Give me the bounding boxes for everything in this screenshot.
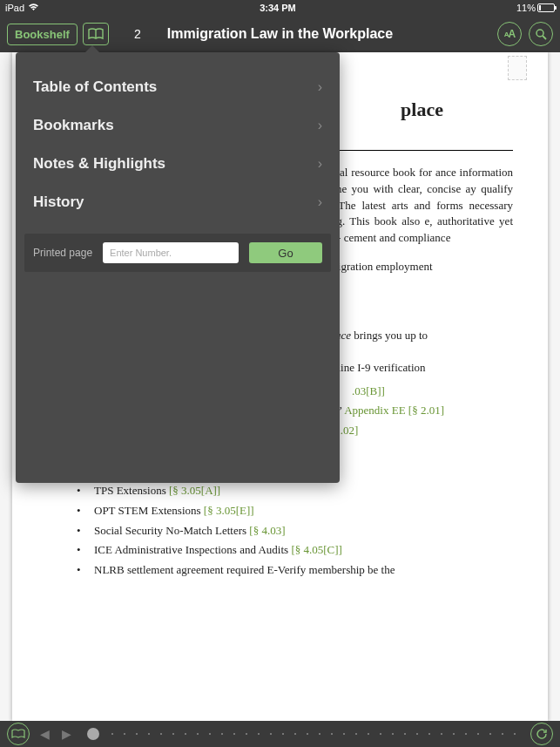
popover-item-notes[interactable]: Notes & Highlights› (16, 145, 340, 183)
list-item: OPT STEM Extensions [§ 3.05[E]] (73, 503, 513, 520)
popover-item-toc[interactable]: Table of Contents› (16, 68, 340, 106)
toc-popover: Table of Contents› Bookmarks› Notes & Hi… (16, 52, 340, 483)
chevron-right-icon: › (318, 194, 322, 210)
printed-page-row: Printed page Go (24, 234, 331, 272)
search-button[interactable] (529, 22, 553, 46)
chevron-right-icon: › (318, 156, 322, 172)
list-item: NLRB settlement agreement required E-Ver… (73, 562, 513, 579)
bookmark-tab[interactable] (508, 56, 527, 80)
page-scrubber[interactable] (82, 728, 522, 740)
prev-page-button[interactable]: ◀ (38, 727, 51, 742)
go-button[interactable]: Go (249, 242, 322, 263)
popover-item-bookmarks[interactable]: Bookmarks› (16, 106, 340, 145)
scrubber-thumb[interactable] (87, 728, 99, 740)
printed-page-input[interactable] (103, 242, 239, 263)
list-item: Social Security No-Match Letters [§ 4.03… (73, 523, 513, 540)
book-title: Immigration Law in the Workplace (167, 26, 393, 42)
chevron-right-icon: › (318, 118, 322, 133)
popover-item-history[interactable]: History› (16, 183, 340, 221)
device-label: iPad (5, 3, 24, 13)
scrubber-track (106, 733, 516, 735)
svg-line-1 (543, 36, 546, 39)
top-toolbar: Bookshelf 2 Immigration Law in the Workp… (0, 16, 560, 52)
bookshelf-button[interactable]: Bookshelf (7, 24, 78, 45)
battery-icon (537, 3, 555, 12)
list-item: ICE Administrative Inspections and Audit… (73, 542, 513, 559)
refresh-button[interactable] (530, 723, 553, 745)
chevron-right-icon: › (318, 79, 322, 95)
list-item: TPS Extensions [§ 3.05[A]] (73, 483, 513, 499)
printed-page-label: Printed page (33, 247, 92, 259)
wifi-icon (28, 3, 39, 13)
toc-toggle-button[interactable] (83, 23, 109, 45)
clock: 3:34 PM (39, 3, 516, 13)
next-page-button[interactable]: ▶ (60, 727, 73, 742)
battery-percent: 11% (516, 3, 536, 13)
bottom-toolbar: ◀ ▶ (0, 721, 560, 747)
page-number: 2 (125, 27, 151, 41)
status-bar: iPad 3:34 PM 11% (0, 0, 560, 16)
svg-point-0 (536, 30, 543, 37)
library-button[interactable] (7, 723, 30, 745)
font-size-button[interactable]: AA (497, 22, 522, 46)
